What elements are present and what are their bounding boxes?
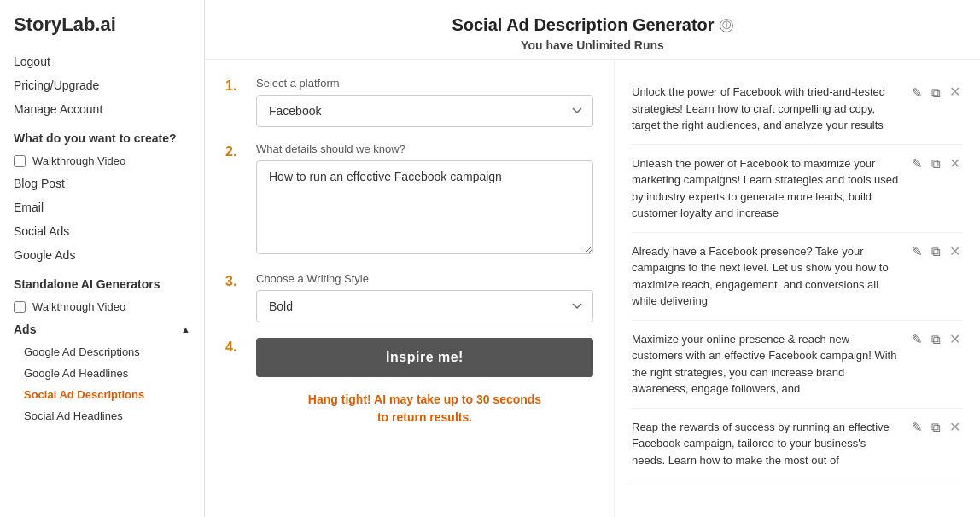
result-actions-1: ✎ ⧉ ✕ bbox=[909, 84, 963, 101]
ads-section[interactable]: Ads ▲ bbox=[0, 317, 204, 341]
warning-text: Hang tight! AI may take up to 30 seconds… bbox=[256, 391, 593, 427]
create-google-ads[interactable]: Google Ads bbox=[0, 243, 204, 267]
result-2-edit-button[interactable]: ✎ bbox=[909, 155, 925, 171]
results-panel: Unlock the power of Facebook with tried-… bbox=[615, 60, 980, 517]
step-1-content: Select a platform Facebook Instagram Twi… bbox=[256, 77, 593, 127]
step-2-number: 2. bbox=[225, 142, 246, 160]
step-1: 1. Select a platform Facebook Instagram … bbox=[225, 77, 593, 127]
result-3-copy-button[interactable]: ⧉ bbox=[929, 243, 943, 259]
create-email[interactable]: Email bbox=[0, 195, 204, 219]
step-3-content: Choose a Writing Style Bold Casual Profe… bbox=[256, 272, 593, 322]
content-area: 1. Select a platform Facebook Instagram … bbox=[205, 60, 980, 517]
sidebar: StoryLab.ai Logout Pricing/Upgrade Manag… bbox=[0, 0, 205, 517]
result-1-copy-button[interactable]: ⧉ bbox=[929, 84, 943, 101]
standalone-walkthrough-checkbox[interactable] bbox=[14, 301, 26, 313]
standalone-walkthrough[interactable]: Walkthrough Video bbox=[0, 296, 204, 317]
subtitle: You have Unlimited Runs bbox=[222, 38, 963, 52]
info-icon[interactable]: ⓘ bbox=[720, 19, 733, 32]
result-actions-4: ✎ ⧉ ✕ bbox=[909, 331, 963, 348]
result-text-4: Maximize your online presence & reach ne… bbox=[632, 331, 899, 398]
sidebar-item-social-ad-descriptions[interactable]: Social Ad Descriptions bbox=[0, 384, 204, 405]
ads-title: Ads bbox=[14, 322, 36, 336]
step-4-content: Inspire me! Hang tight! AI may take up t… bbox=[256, 338, 593, 427]
step-3-number: 3. bbox=[225, 272, 246, 289]
result-3-edit-button[interactable]: ✎ bbox=[909, 243, 925, 259]
sidebar-item-google-ad-descriptions[interactable]: Google Ad Descriptions bbox=[0, 341, 204, 363]
main-header: Social Ad Description Generator ⓘ You ha… bbox=[205, 0, 980, 60]
step-2-label: What details should we know? bbox=[256, 142, 593, 155]
result-1-close-button[interactable]: ✕ bbox=[947, 84, 963, 101]
create-walkthrough-label: Walkthrough Video bbox=[32, 154, 125, 167]
standalone-title: Standalone AI Generators bbox=[0, 267, 204, 296]
form-panel: 1. Select a platform Facebook Instagram … bbox=[205, 60, 615, 517]
result-3-close-button[interactable]: ✕ bbox=[947, 243, 963, 260]
result-text-2: Unleash the power of Facebook to maximiz… bbox=[632, 155, 899, 222]
result-2-close-button[interactable]: ✕ bbox=[947, 155, 963, 172]
result-4-edit-button[interactable]: ✎ bbox=[909, 331, 925, 347]
result-actions-5: ✎ ⧉ ✕ bbox=[909, 419, 963, 436]
main-area: Social Ad Description Generator ⓘ You ha… bbox=[205, 0, 980, 517]
logo: StoryLab.ai bbox=[0, 14, 204, 49]
result-item-5: Reap the rewards of success by running a… bbox=[632, 409, 963, 480]
step-4: 4. Inspire me! Hang tight! AI may take u… bbox=[225, 338, 593, 427]
result-5-edit-button[interactable]: ✎ bbox=[909, 419, 925, 435]
result-item-2: Unleash the power of Facebook to maximiz… bbox=[632, 145, 963, 233]
step-2-content: What details should we know? How to run … bbox=[256, 142, 593, 257]
create-social-ads[interactable]: Social Ads bbox=[0, 219, 204, 243]
result-text-1: Unlock the power of Facebook with tried-… bbox=[632, 84, 899, 134]
result-item-1: Unlock the power of Facebook with tried-… bbox=[632, 73, 963, 145]
create-walkthrough-video[interactable]: Walkthrough Video bbox=[0, 150, 204, 171]
result-5-copy-button[interactable]: ⧉ bbox=[929, 419, 943, 435]
writing-style-select[interactable]: Bold Casual Professional Humorous Inspir… bbox=[256, 290, 593, 322]
result-2-copy-button[interactable]: ⧉ bbox=[929, 155, 943, 171]
result-actions-2: ✎ ⧉ ✕ bbox=[909, 155, 963, 172]
step-4-number: 4. bbox=[225, 338, 246, 355]
result-text-3: Already have a Facebook presence? Take y… bbox=[632, 243, 899, 310]
details-textarea[interactable]: How to run an effective Facebook campaig… bbox=[256, 160, 593, 254]
result-4-copy-button[interactable]: ⧉ bbox=[929, 331, 943, 347]
nav-manage[interactable]: Manage Account bbox=[0, 97, 204, 121]
inspire-button[interactable]: Inspire me! bbox=[256, 338, 593, 377]
step-3: 3. Choose a Writing Style Bold Casual Pr… bbox=[225, 272, 593, 322]
result-4-close-button[interactable]: ✕ bbox=[947, 331, 963, 348]
result-item-4: Maximize your online presence & reach ne… bbox=[632, 321, 963, 409]
create-blog-post[interactable]: Blog Post bbox=[0, 171, 204, 195]
standalone-walkthrough-label: Walkthrough Video bbox=[32, 300, 125, 313]
nav-logout[interactable]: Logout bbox=[0, 49, 204, 73]
result-item-3: Already have a Facebook presence? Take y… bbox=[632, 233, 963, 321]
step-2: 2. What details should we know? How to r… bbox=[225, 142, 593, 257]
step-3-label: Choose a Writing Style bbox=[256, 272, 593, 285]
nav-pricing[interactable]: Pricing/Upgrade bbox=[0, 73, 204, 97]
step-1-label: Select a platform bbox=[256, 77, 593, 90]
sidebar-item-google-ad-headlines[interactable]: Google Ad Headlines bbox=[0, 363, 204, 384]
result-1-edit-button[interactable]: ✎ bbox=[909, 84, 925, 101]
sidebar-item-social-ad-headlines[interactable]: Social Ad Headlines bbox=[0, 405, 204, 427]
result-actions-3: ✎ ⧉ ✕ bbox=[909, 243, 963, 260]
what-create-title: What do you want to create? bbox=[0, 121, 204, 150]
ads-chevron-icon: ▲ bbox=[181, 324, 190, 334]
page-title: Social Ad Description Generator ⓘ bbox=[452, 15, 732, 35]
step-1-number: 1. bbox=[225, 77, 246, 94]
result-5-close-button[interactable]: ✕ bbox=[947, 419, 963, 436]
platform-select[interactable]: Facebook Instagram Twitter LinkedIn Pint… bbox=[256, 95, 593, 127]
create-walkthrough-checkbox[interactable] bbox=[14, 155, 26, 167]
result-text-5: Reap the rewards of success by running a… bbox=[632, 419, 899, 469]
